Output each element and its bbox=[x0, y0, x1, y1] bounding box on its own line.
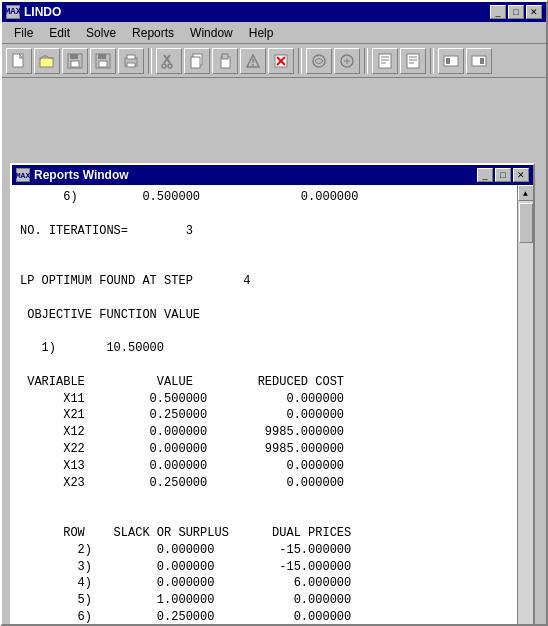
toolbar bbox=[2, 44, 546, 78]
reports-window: MAX Reports Window _ □ ✕ 6) 0.500000 0.0… bbox=[10, 163, 535, 624]
svg-rect-7 bbox=[99, 61, 107, 67]
title-bar: MAX LINDO _ □ ✕ bbox=[2, 2, 546, 22]
reports-app-icon[interactable]: MAX bbox=[16, 168, 30, 182]
menu-help[interactable]: Help bbox=[241, 24, 282, 42]
solve2-button[interactable] bbox=[334, 48, 360, 74]
separator-1 bbox=[148, 48, 152, 74]
copy-button[interactable] bbox=[184, 48, 210, 74]
close-button[interactable]: ✕ bbox=[526, 5, 542, 19]
svg-rect-1 bbox=[40, 58, 53, 67]
menu-bar: File Edit Solve Reports Window Help bbox=[2, 22, 546, 44]
extra1-button[interactable] bbox=[438, 48, 464, 74]
new-button[interactable] bbox=[6, 48, 32, 74]
scroll-thumb-vertical[interactable] bbox=[519, 203, 533, 243]
reports-text[interactable]: 6) 0.500000 0.000000 NO. ITERATIONS= 3 L… bbox=[12, 185, 517, 624]
reports-content: 6) 0.500000 0.000000 NO. ITERATIONS= 3 L… bbox=[12, 185, 533, 624]
minimize-button[interactable]: _ bbox=[490, 5, 506, 19]
svg-rect-16 bbox=[191, 57, 200, 68]
main-window: MAX LINDO _ □ ✕ File Edit Solve Reports … bbox=[0, 0, 548, 626]
reports-title: Reports Window bbox=[34, 168, 129, 182]
svg-rect-40 bbox=[480, 58, 484, 64]
scroll-up-button[interactable]: ▲ bbox=[518, 185, 534, 201]
svg-rect-29 bbox=[379, 54, 391, 68]
svg-rect-4 bbox=[71, 61, 79, 67]
reports-scrollbar-vertical: ▲ ▼ bbox=[517, 185, 533, 624]
solve-button[interactable] bbox=[306, 48, 332, 74]
svg-point-21 bbox=[252, 64, 254, 66]
svg-rect-38 bbox=[446, 58, 450, 64]
reports-minimize-button[interactable]: _ bbox=[477, 168, 493, 182]
svg-rect-6 bbox=[98, 54, 106, 59]
reports-title-left: MAX Reports Window bbox=[16, 168, 129, 182]
menu-file[interactable]: File bbox=[6, 24, 41, 42]
reports-close-button[interactable]: ✕ bbox=[513, 168, 529, 182]
open-button[interactable] bbox=[34, 48, 60, 74]
separator-2 bbox=[298, 48, 302, 74]
reports1-button[interactable] bbox=[372, 48, 398, 74]
svg-rect-18 bbox=[222, 54, 228, 59]
svg-point-13 bbox=[162, 64, 166, 68]
menu-edit[interactable]: Edit bbox=[41, 24, 78, 42]
svg-rect-3 bbox=[70, 54, 78, 59]
cut-button[interactable] bbox=[156, 48, 182, 74]
app-title: LINDO bbox=[24, 5, 61, 19]
save-button[interactable] bbox=[90, 48, 116, 74]
app-icon[interactable]: MAX bbox=[6, 5, 20, 19]
content-area: MAX Reports Window _ □ ✕ 6) 0.500000 0.0… bbox=[2, 78, 546, 624]
title-bar-left: MAX LINDO bbox=[6, 5, 61, 19]
svg-rect-33 bbox=[407, 54, 419, 68]
special-button[interactable] bbox=[240, 48, 266, 74]
save-lindo-button[interactable] bbox=[62, 48, 88, 74]
svg-rect-10 bbox=[127, 63, 135, 67]
maximize-button[interactable]: □ bbox=[508, 5, 524, 19]
reports-window-buttons: _ □ ✕ bbox=[477, 168, 529, 182]
undo-button[interactable] bbox=[268, 48, 294, 74]
menu-reports[interactable]: Reports bbox=[124, 24, 182, 42]
reports-title-bar: MAX Reports Window _ □ ✕ bbox=[12, 165, 533, 185]
menu-solve[interactable]: Solve bbox=[78, 24, 124, 42]
separator-4 bbox=[430, 48, 434, 74]
separator-3 bbox=[364, 48, 368, 74]
svg-rect-9 bbox=[127, 55, 135, 59]
reports-maximize-button[interactable]: □ bbox=[495, 168, 511, 182]
extra2-button[interactable] bbox=[466, 48, 492, 74]
svg-point-14 bbox=[168, 64, 172, 68]
paste-button[interactable] bbox=[212, 48, 238, 74]
scroll-track-vertical[interactable] bbox=[518, 201, 534, 624]
title-buttons: _ □ ✕ bbox=[490, 5, 542, 19]
print-button[interactable] bbox=[118, 48, 144, 74]
reports2-button[interactable] bbox=[400, 48, 426, 74]
menu-window[interactable]: Window bbox=[182, 24, 241, 42]
